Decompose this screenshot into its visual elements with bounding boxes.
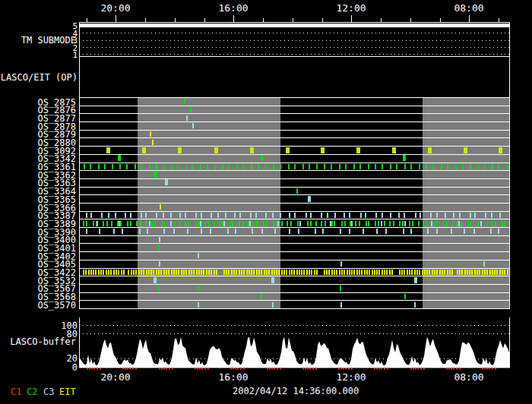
os-row-mark: [216, 270, 217, 275]
os-row-mark: [111, 221, 112, 226]
c1-exposure-dash: [415, 368, 416, 370]
os-row-mark: [192, 123, 194, 128]
os-row-mark: [433, 221, 435, 226]
os-row-mark: [263, 221, 264, 226]
row-separator-line: [79, 251, 510, 252]
os-row-mark: [200, 164, 201, 169]
os-row-mark: [185, 164, 187, 169]
os-row-mark: [436, 213, 438, 218]
os-row-mark: [163, 213, 164, 218]
os-row-mark: [432, 270, 433, 275]
os-row-mark: [211, 213, 212, 218]
buffer-ytick-label: 80: [0, 329, 78, 339]
os-row-mark: [366, 221, 367, 226]
os-row-mark: [464, 147, 467, 153]
os-row-mark: [390, 164, 391, 169]
os-row-mark: [296, 270, 298, 275]
c1-exposure-dash: [446, 368, 448, 370]
os-row-mark: [163, 164, 165, 169]
c1-exposure-dash: [159, 368, 160, 370]
c1-exposure-dash: [274, 368, 275, 370]
row-separator-line: [79, 97, 510, 98]
os-row-mark: [178, 147, 182, 153]
c1-exposure-dash: [169, 368, 170, 370]
os-row-mark: [464, 270, 466, 275]
os-row-mark: [173, 270, 175, 275]
os-row-mark: [486, 221, 488, 226]
bottom-time-axis-label: 16:00: [211, 371, 256, 383]
os-row-mark: [154, 172, 157, 178]
c1-exposure-dash: [91, 368, 93, 370]
os-row-mark: [301, 270, 302, 275]
row-separator-line: [79, 284, 510, 285]
os-row-mark: [353, 164, 355, 169]
os-row-mark: [130, 213, 131, 218]
os-row-mark: [414, 277, 417, 283]
os-row-mark: [147, 229, 148, 234]
os-row-mark: [351, 270, 353, 275]
os-row-mark: [110, 270, 112, 275]
tm-submode-level-label: 1: [0, 50, 78, 60]
buffer-panel-right-border: [509, 317, 510, 368]
os-row-mark: [185, 213, 186, 218]
os-row-mark: [492, 164, 493, 169]
os-row-mark: [198, 270, 200, 275]
os-row-mark: [344, 270, 345, 275]
buffer-panel-left-border: [79, 317, 80, 368]
os-row-mark: [127, 221, 128, 226]
c1-exposure-dash: [453, 368, 454, 370]
os-row-mark: [154, 277, 157, 283]
os-row-mark: [280, 213, 281, 218]
os-row-mark: [361, 270, 363, 275]
os-row-mark: [289, 229, 290, 234]
os-row-mark: [372, 270, 373, 275]
os-row-mark: [459, 213, 461, 218]
os-row-mark: [308, 196, 311, 202]
os-row-mark: [98, 164, 100, 169]
os-row-mark: [344, 213, 345, 218]
os-row-mark: [271, 270, 273, 275]
os-row-mark: [233, 270, 235, 275]
row-separator-line: [79, 194, 510, 195]
os-row-mark: [430, 213, 432, 218]
os-row-mark: [280, 164, 281, 169]
rows-panel-right-border: [509, 97, 510, 308]
c1-exposure-dash: [374, 368, 375, 370]
os-row-mark: [439, 270, 441, 275]
os-row-mark: [412, 221, 413, 226]
os-row-mark: [192, 164, 193, 169]
os-row-mark: [428, 147, 432, 153]
os-row-mark: [183, 270, 185, 275]
os-row-mark: [480, 221, 482, 226]
os-row-mark: [83, 270, 84, 275]
os-row-mark: [146, 270, 147, 275]
c1-exposure-dash: [305, 368, 306, 370]
os-row-mark: [324, 164, 325, 169]
os-row-mark: [138, 270, 140, 275]
os-row-mark: [156, 213, 157, 218]
os-row-mark: [369, 270, 370, 275]
os-row-mark: [507, 270, 508, 275]
os-row-mark: [469, 270, 470, 275]
os-row-mark: [299, 221, 301, 226]
os-row-mark: [154, 221, 156, 226]
os-row-mark: [407, 270, 408, 275]
os-row-mark: [378, 221, 379, 226]
c1-exposure-dash: [93, 368, 95, 370]
os-row-mark: [223, 270, 225, 275]
legend-item-c3: C3: [43, 387, 54, 397]
c1-exposure-dash: [197, 368, 198, 370]
os-row-mark: [368, 164, 369, 169]
os-row-mark: [204, 221, 206, 226]
row-separator-line: [79, 292, 510, 293]
os-row-mark: [160, 270, 162, 275]
c1-exposure-dash: [230, 368, 232, 370]
op-panel-right-border: [509, 56, 510, 97]
os-row-mark: [474, 213, 476, 218]
bottom-time-axis-label: 20:00: [93, 371, 138, 383]
c1-exposure-dash: [195, 368, 196, 370]
os-row-mark: [399, 270, 401, 275]
buffer-ytick-label: 0: [0, 362, 78, 373]
os-row-mark: [179, 221, 181, 226]
os-row-mark: [310, 221, 312, 226]
